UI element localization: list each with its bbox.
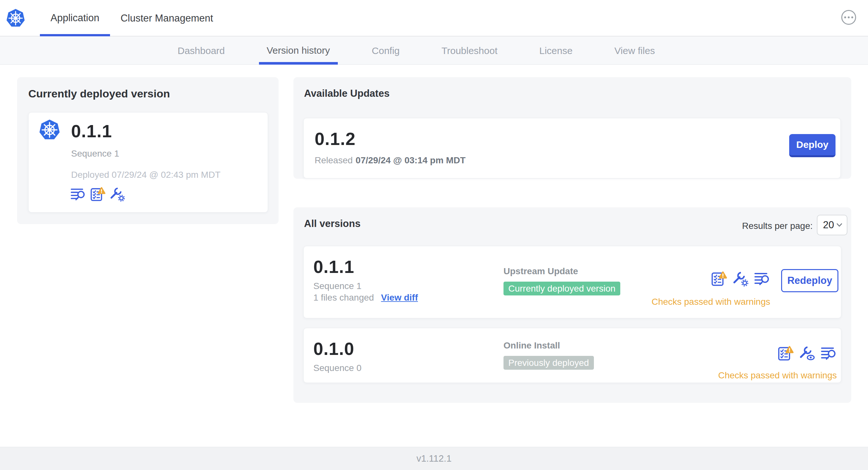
deployed-version-card: 0.1.1 Sequence 1 Deployed 07/29/24 @ 02:… <box>28 112 268 212</box>
redeploy-button[interactable]: Redeploy <box>781 269 838 292</box>
file-search-icon <box>754 271 770 287</box>
deployed-timestamp: Deployed 07/29/24 @ 02:43 pm MDT <box>71 170 220 180</box>
currently-deployed-card: Currently deployed version 0.1.1 Sequenc… <box>17 77 279 224</box>
file-search-icon <box>70 187 86 202</box>
results-per-page-label: Results per page: <box>742 221 813 231</box>
tab-license[interactable]: License <box>531 37 580 65</box>
tab-view-files[interactable]: View files <box>607 37 663 65</box>
tab-cluster-management[interactable]: Cluster Management <box>110 0 224 36</box>
edit-config-button[interactable] <box>110 187 125 202</box>
section-nav-bar: Dashboard Version history Config Trouble… <box>0 37 868 65</box>
version-history-page: Application Cluster Management Dashboard… <box>0 0 868 470</box>
row-version-number: 0.1.1 <box>313 257 354 277</box>
tab-version-history[interactable]: Version history <box>259 37 338 65</box>
preflight-warning-icon <box>90 187 105 202</box>
row-source: Online Install <box>503 340 560 351</box>
wrench-eye-icon <box>799 345 815 361</box>
released-date: 07/29/24 @ 03:14 pm MDT <box>355 155 466 165</box>
wrench-gear-icon <box>733 271 749 287</box>
file-search-icon <box>821 345 837 361</box>
kubernetes-logo-icon <box>6 8 25 28</box>
app-kubernetes-logo-icon <box>39 119 60 141</box>
preflight-warning-icon <box>778 345 794 361</box>
release-notes-button[interactable] <box>70 187 86 202</box>
all-versions-title: All versions <box>304 218 361 230</box>
tab-application-label: Application <box>51 12 99 24</box>
update-version-number: 0.1.2 <box>315 129 355 149</box>
console-version: v1.112.1 <box>416 453 452 464</box>
release-notes-button[interactable] <box>754 271 770 287</box>
tab-config[interactable]: Config <box>364 37 408 65</box>
wrench-gear-icon <box>110 187 125 202</box>
tab-cluster-management-label: Cluster Management <box>121 12 213 24</box>
top-nav-bar: Application Cluster Management <box>0 0 868 36</box>
row-version-number: 0.1.0 <box>313 338 354 359</box>
files-changed-text: 1 files changed <box>313 293 374 303</box>
section-tabs: Dashboard Version history Config Trouble… <box>170 37 663 65</box>
results-per-page-value: 20 <box>823 219 834 231</box>
row-sequence: Sequence 1 <box>313 281 361 291</box>
update-released-line: Released07/29/24 @ 03:14 pm MDT <box>315 155 466 166</box>
tab-dashboard[interactable]: Dashboard <box>170 37 232 65</box>
row-sequence: Sequence 0 <box>313 363 361 373</box>
view-config-button[interactable] <box>799 345 815 361</box>
preflight-checks-button[interactable] <box>778 345 794 361</box>
version-row-0-1-1: 0.1.1 Sequence 1 1 files changed View di… <box>303 246 841 318</box>
version-row-0-1-0: 0.1.0 Sequence 0 Online Install Previous… <box>303 328 841 383</box>
preflight-checks-button[interactable] <box>90 187 105 202</box>
deployed-sequence: Sequence 1 <box>71 148 119 159</box>
previously-deployed-badge: Previously deployed <box>503 356 594 370</box>
page-footer: v1.112.1 <box>0 447 868 470</box>
update-row: 0.1.2 Released07/29/24 @ 03:14 pm MDT De… <box>303 118 841 178</box>
release-notes-button[interactable] <box>821 345 837 361</box>
tab-troubleshoot[interactable]: Troubleshoot <box>434 37 505 65</box>
available-updates-card: Available Updates 0.1.2 Released07/29/24… <box>293 77 851 179</box>
row-icon-actions <box>711 271 770 287</box>
edit-config-button[interactable] <box>733 271 749 287</box>
preflight-checks-button[interactable] <box>711 271 727 287</box>
chevron-down-icon <box>836 223 842 227</box>
row-files-changed: 1 files changed View diff <box>313 293 418 303</box>
results-per-page-select[interactable]: 20 <box>817 215 847 235</box>
deployed-version-number: 0.1.1 <box>71 121 112 141</box>
preflight-warning-icon <box>711 271 727 287</box>
ellipsis-icon <box>844 16 846 18</box>
overflow-menu-button[interactable] <box>841 10 856 25</box>
view-diff-link[interactable]: View diff <box>381 293 418 303</box>
row-source: Upstream Update <box>503 266 578 276</box>
currently-deployed-badge: Currently deployed version <box>503 281 620 296</box>
deploy-button[interactable]: Deploy <box>789 134 836 157</box>
app-tabs: Application Cluster Management <box>40 0 224 36</box>
preflight-status-text: Checks passed with warnings <box>718 370 837 381</box>
available-updates-title: Available Updates <box>304 88 390 99</box>
currently-deployed-title: Currently deployed version <box>28 88 170 100</box>
deployed-icon-actions <box>70 187 125 202</box>
all-versions-card: All versions Results per page: 20 0.1.1 … <box>293 207 851 403</box>
released-prefix: Released <box>315 155 352 165</box>
tab-application[interactable]: Application <box>40 0 110 36</box>
row-icon-actions <box>778 345 837 361</box>
preflight-status-text: Checks passed with warnings <box>651 297 770 307</box>
